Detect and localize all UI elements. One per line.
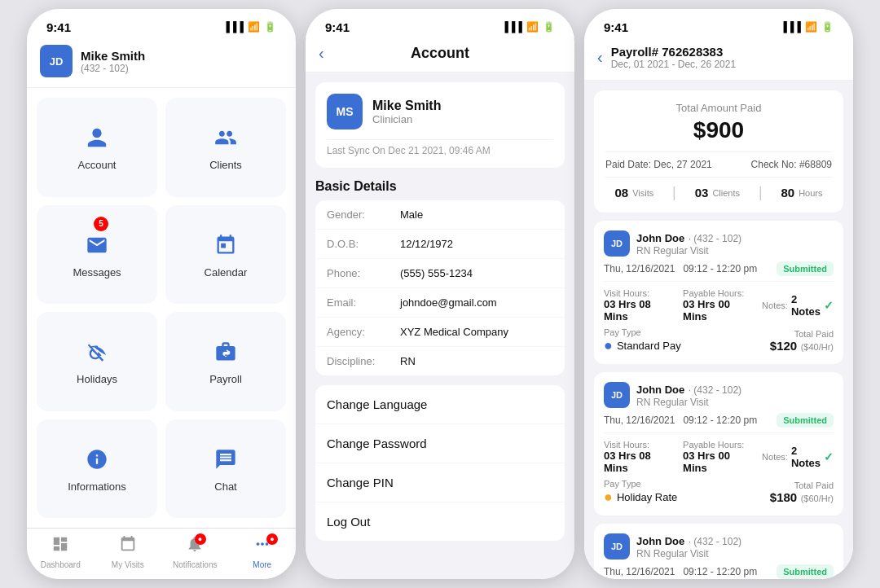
visit-card-2: JD John Doe · (432 - 102) RN Regular Vis…	[594, 524, 843, 579]
visit-id-1: · (432 - 102)	[689, 384, 741, 396]
user-name: Mike Smith	[81, 49, 145, 63]
phones-container: 9:41 ▐▐▐ 📶 🔋 JD Mike Smith (432 - 102) A…	[19, 1, 861, 587]
more-nav-badge: ●	[266, 533, 278, 545]
home-header: JD Mike Smith (432 - 102)	[27, 38, 296, 88]
grid-item-account[interactable]: Account	[37, 98, 157, 197]
payroll-label: Payroll	[209, 373, 242, 385]
nav-notifications[interactable]: ● Notifications	[161, 535, 229, 569]
detail-dob: D.O.B: 12/12/1972	[315, 230, 565, 259]
visit-cards-container: JD John Doe · (432 - 102) RN Regular Vis…	[584, 221, 853, 579]
visit-info-2: John Doe · (432 - 102) RN Regular Visit	[636, 533, 741, 559]
visit-info-0: John Doe · (432 - 102) RN Regular Visit	[636, 230, 741, 257]
visit-header-1: JD John Doe · (432 - 102) RN Regular Vis…	[604, 382, 834, 408]
profile-row: MS Mike Smith Clinician	[327, 94, 553, 129]
visit-status-0: Submitted	[777, 261, 834, 276]
hours-value: 80	[781, 186, 794, 200]
wifi-icon-3: 📶	[805, 21, 817, 33]
change-pin-item[interactable]: Change PIN	[315, 463, 565, 502]
status-icons-3: ▐▐▐ 📶 🔋	[780, 21, 834, 33]
user-info: Mike Smith (432 - 102)	[81, 49, 145, 74]
grid-item-clients[interactable]: Clients	[165, 98, 286, 197]
nav-more[interactable]: ● More	[229, 535, 297, 569]
grid-item-messages[interactable]: 5 Messages	[37, 205, 157, 305]
status-bar-2: 9:41 ▐▐▐ 📶 🔋	[306, 9, 574, 38]
visit-hours-row-0: Visit Hours: 03 Hrs 08 Mins Payable Hour…	[604, 288, 834, 323]
clients-label: Clients	[209, 159, 242, 171]
basic-details-title: Basic Details	[306, 168, 574, 200]
payable-hours-value-1: 03 Hrs 00 Mins	[683, 450, 749, 474]
pay-type-row-0: Pay Type ● Standard Pay Total Paid $120 …	[604, 327, 834, 354]
visits-nav-label: My Visits	[112, 560, 144, 569]
clients-label: Clients	[712, 188, 740, 198]
total-label: Total Amount Paid	[605, 102, 832, 114]
stats-row: 08 Visits | 03 Clients | 80 Hours	[605, 177, 832, 201]
gender-value: Male	[400, 208, 423, 221]
visit-status-2: Submitted	[777, 564, 834, 579]
visit-date-2: Thu, 12/16/2021 09:12 - 12:20 pm	[604, 566, 757, 577]
notes-label-1: Notes:	[762, 452, 788, 462]
payroll-back-button[interactable]: ‹	[597, 48, 603, 67]
visit-avatar-1: JD	[604, 382, 630, 408]
menu-grid: Account Clients 5 Messages	[27, 88, 296, 528]
visit-header-2: JD John Doe · (432 - 102) RN Regular Vis…	[604, 533, 834, 559]
status-bar-3: 9:41 ▐▐▐ 📶 🔋	[584, 9, 853, 38]
battery-icon: 🔋	[264, 21, 276, 33]
chat-label: Chat	[214, 480, 236, 493]
notes-col-1: Notes: 2 Notes ✓	[762, 440, 834, 474]
grid-item-chat[interactable]: Chat	[165, 419, 286, 519]
visit-type-2: RN Regular Visit	[636, 548, 741, 559]
nav-dashboard[interactable]: Dashboard	[27, 535, 95, 569]
visit-date-1: Thu, 12/16/2021 09:12 - 12:20 pm	[604, 415, 757, 426]
visit-hours-value-0: 03 Hrs 08 Mins	[604, 298, 670, 323]
phone-account: 9:41 ▐▐▐ 📶 🔋 ‹ Account MS Mike Smith Cli…	[306, 9, 574, 579]
profile-role: Clinician	[372, 113, 441, 125]
grid-item-informations[interactable]: Informations	[37, 419, 157, 519]
pay-type-left-1: Pay Type ● Holiday Rate	[604, 479, 677, 506]
grid-item-holidays[interactable]: Holidays	[37, 312, 157, 411]
account-header: ‹ Account	[306, 38, 574, 72]
signal-icon: ▐▐▐	[222, 21, 244, 33]
notes-check-0: ✓	[824, 299, 834, 312]
pay-type-left-0: Pay Type ● Standard Pay	[604, 327, 681, 354]
dashboard-nav-icon	[51, 535, 69, 558]
total-card: Total Amount Paid $900 Paid Date: Dec, 2…	[594, 90, 843, 213]
visit-card-1: JD John Doe · (432 - 102) RN Regular Vis…	[594, 372, 843, 516]
stat-sep-2: |	[759, 184, 763, 201]
profile-name: Mike Smith	[372, 99, 441, 113]
payable-hours-col-1: Payable Hours: 03 Hrs 00 Mins	[683, 440, 749, 474]
visits-value: 08	[614, 186, 628, 200]
payroll-icon	[211, 337, 240, 366]
change-password-item[interactable]: Change Password	[315, 424, 565, 463]
back-button[interactable]: ‹	[319, 44, 324, 63]
calendar-label: Calendar	[205, 266, 248, 279]
nav-my-visits[interactable]: My Visits	[95, 535, 162, 569]
pay-type-val-1: ● Holiday Rate	[604, 489, 677, 506]
total-paid-amount-1: $180 ($60/Hr)	[770, 490, 834, 505]
visit-id-0: · (432 - 102)	[689, 233, 741, 244]
change-language-item[interactable]: Change Language	[315, 385, 565, 424]
hours-label: Hours	[799, 188, 822, 198]
visit-date-row-1: Thu, 12/16/2021 09:12 - 12:20 pm Submitt…	[604, 413, 834, 433]
profile-info: Mike Smith Clinician	[372, 99, 441, 125]
bottom-nav: Dashboard My Visits ● Notifications ●	[27, 528, 296, 579]
detail-email: Email: johndoe@gmail.com	[315, 288, 565, 318]
notifications-nav-label: Notifications	[173, 560, 217, 569]
grid-item-payroll[interactable]: Payroll	[165, 312, 286, 411]
stat-hours: 80 Hours	[781, 184, 822, 201]
holidays-label: Holidays	[77, 373, 117, 385]
status-icons-2: ▐▐▐ 📶 🔋	[501, 21, 555, 33]
info-icon	[82, 445, 112, 474]
total-amount: $900	[605, 117, 832, 143]
gender-label: Gender:	[327, 208, 400, 221]
visit-id-2: · (432 - 102)	[689, 536, 741, 547]
pay-type-row-1: Pay Type ● Holiday Rate Total Paid $180 …	[604, 479, 834, 506]
total-paid-right-1: Total Paid $180 ($60/Hr)	[770, 480, 834, 505]
grid-item-calendar[interactable]: Calendar	[165, 205, 286, 305]
dashboard-nav-label: Dashboard	[41, 560, 81, 569]
log-out-item[interactable]: Log Out	[315, 502, 565, 541]
visit-hours-label-0: Visit Hours:	[604, 288, 670, 298]
stat-clients: 03 Clients	[695, 184, 740, 201]
time-2: 9:41	[325, 20, 350, 34]
avatar: JD	[40, 45, 73, 77]
visits-label: Visits	[632, 188, 653, 198]
